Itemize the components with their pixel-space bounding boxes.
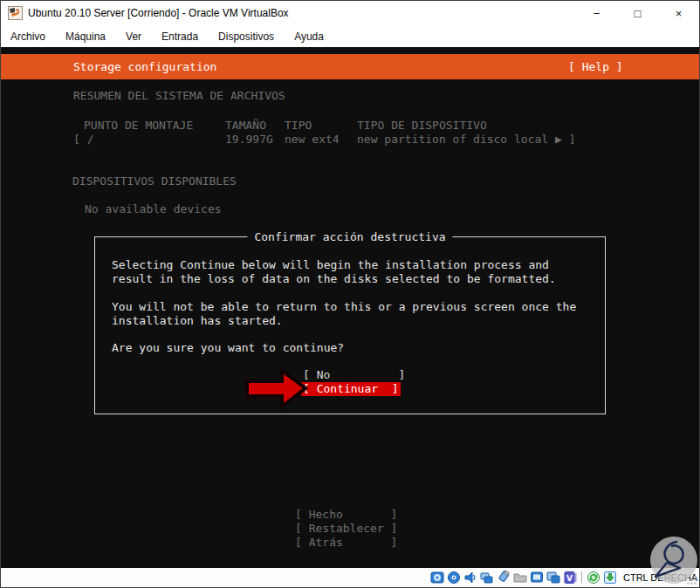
row-type: new ext4: [285, 133, 340, 146]
available-devices-heading: DISPOSITIVOS DISPONIBLES: [72, 174, 237, 188]
dialog-text-line: installation has started.: [112, 314, 283, 327]
menu-entrada[interactable]: Entrada: [154, 27, 206, 46]
dialog-text-line: Selecting Continue below will begin the …: [112, 258, 549, 271]
features-chip-icon[interactable]: V: [563, 571, 577, 585]
dialog-text-line: Are you sure you want to continue?: [112, 341, 344, 354]
titlebar: Ubuntu 20.10 Server [Corriendo] - Oracle…: [1, 1, 699, 25]
maximize-button[interactable]: □: [617, 1, 658, 25]
mouse-integration-icon[interactable]: [587, 571, 600, 585]
filesystem-summary-heading: RESUMEN DEL SISTEMA DE ARCHIVOS: [73, 89, 285, 102]
svg-text:V: V: [566, 574, 573, 583]
audio-icon[interactable]: [463, 571, 477, 585]
hard-disk-icon[interactable]: [430, 571, 444, 585]
close-button[interactable]: ×: [658, 1, 699, 25]
vm-display: Storage configuration [ Help ] RESUMEN D…: [1, 47, 699, 570]
statusbar-separator: [581, 571, 582, 584]
virtualbox-window: Ubuntu 20.10 Server [Corriendo] - Oracle…: [0, 0, 700, 588]
red-arrow-annotation: [243, 367, 309, 411]
done-button[interactable]: [ Hecho ]: [295, 508, 397, 522]
virtualbox-vm-icon: [8, 6, 23, 20]
resize-grip[interactable]: [686, 574, 697, 585]
keyboard-capture-icon[interactable]: [603, 571, 617, 585]
window-title: Ubuntu 20.10 Server [Corriendo] - Oracle…: [28, 7, 289, 19]
continue-button[interactable]: [ Continuar ]: [301, 382, 401, 396]
no-button[interactable]: [ No ]: [303, 368, 405, 382]
confirm-dialog: Confirmar acción destructiva Selecting C…: [94, 236, 606, 414]
menubar: Archivo Máquina Ver Entrada Dispositivos…: [1, 25, 699, 47]
col-size: TAMAÑO: [225, 119, 266, 132]
shared-folders-icon[interactable]: [513, 571, 527, 585]
dialog-text-line: result in the loss of data on the disks …: [112, 272, 556, 285]
display-icon[interactable]: [530, 571, 544, 585]
menu-maquina[interactable]: Máquina: [58, 27, 113, 46]
optical-disc-icon[interactable]: [447, 571, 461, 585]
usb-icon[interactable]: [497, 571, 511, 585]
row-size: 19.997G: [225, 133, 273, 146]
dialog-text-line: You will not be able to return to this o…: [112, 300, 576, 313]
statusbar: V CTRL DERECHA: [1, 568, 699, 587]
menu-archivo[interactable]: Archivo: [3, 27, 53, 46]
col-mount-point: PUNTO DE MONTAJE: [84, 119, 193, 132]
menu-ver[interactable]: Ver: [118, 27, 149, 46]
help-button[interactable]: [ Help ]: [568, 54, 623, 79]
row-mount-point: [ /: [73, 133, 93, 146]
menu-dispositivos[interactable]: Dispositivos: [210, 27, 282, 46]
reset-button[interactable]: [ Restablecer ]: [295, 522, 397, 536]
no-devices-text: No available devices: [85, 202, 222, 215]
installer-header-bar: Storage configuration [ Help ]: [1, 54, 699, 79]
row-device: new partition of disco local ▶ ]: [357, 133, 575, 146]
network-icon[interactable]: [480, 571, 494, 585]
minimize-button[interactable]: −: [576, 1, 617, 25]
installer-screen-title: Storage configuration: [73, 54, 216, 79]
menu-ayuda[interactable]: Ayuda: [286, 27, 332, 46]
recording-icon[interactable]: [546, 571, 560, 585]
col-type: TIPO: [285, 119, 312, 132]
dialog-title: Confirmar acción destructiva: [247, 230, 452, 243]
back-button[interactable]: [ Atrás ]: [295, 536, 397, 550]
col-device-type: TIPO DE DISPOSITIVO: [357, 119, 487, 132]
